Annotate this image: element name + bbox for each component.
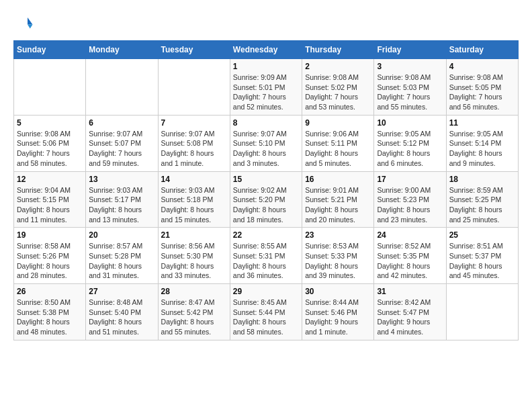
day-number: 14 xyxy=(161,175,227,184)
calendar-cell: 19Sunrise: 8:58 AMSunset: 5:26 PMDayligh… xyxy=(14,228,86,284)
day-number: 31 xyxy=(377,287,443,296)
day-detail: Sunrise: 9:09 AMSunset: 5:01 PMDaylight:… xyxy=(233,73,299,112)
day-number: 25 xyxy=(449,230,515,240)
day-detail: Sunrise: 9:03 AMSunset: 5:18 PMDaylight:… xyxy=(161,185,227,225)
calendar-cell: 23Sunrise: 8:53 AMSunset: 5:33 PMDayligh… xyxy=(302,228,374,284)
day-number: 3 xyxy=(377,62,443,71)
day-number: 23 xyxy=(305,230,371,240)
calendar-cell: 4Sunrise: 9:08 AMSunset: 5:05 PMDaylight… xyxy=(446,59,518,116)
logo-icon xyxy=(13,13,34,34)
day-number: 5 xyxy=(17,118,83,128)
calendar-cell: 30Sunrise: 8:44 AMSunset: 5:46 PMDayligh… xyxy=(302,284,374,340)
calendar-cell: 12Sunrise: 9:04 AMSunset: 5:15 PMDayligh… xyxy=(14,171,86,228)
calendar-cell: 13Sunrise: 9:03 AMSunset: 5:17 PMDayligh… xyxy=(86,171,158,228)
day-detail: Sunrise: 8:44 AMSunset: 5:46 PMDaylight:… xyxy=(305,298,371,337)
day-number: 7 xyxy=(161,118,227,128)
calendar-cell: 5Sunrise: 9:08 AMSunset: 5:06 PMDaylight… xyxy=(14,115,86,171)
day-detail: Sunrise: 8:56 AMSunset: 5:30 PMDaylight:… xyxy=(161,241,227,281)
weekday-header: Monday xyxy=(86,41,158,59)
weekday-header-row: SundayMondayTuesdayWednesdayThursdayFrid… xyxy=(14,41,519,59)
day-number: 27 xyxy=(89,287,154,296)
day-detail: Sunrise: 8:45 AMSunset: 5:44 PMDaylight:… xyxy=(233,298,299,337)
day-number: 26 xyxy=(17,287,83,296)
calendar-cell: 26Sunrise: 8:50 AMSunset: 5:38 PMDayligh… xyxy=(14,284,86,340)
calendar-cell: 15Sunrise: 9:02 AMSunset: 5:20 PMDayligh… xyxy=(230,171,302,228)
day-number: 24 xyxy=(377,230,443,240)
weekday-header: Sunday xyxy=(14,41,86,59)
calendar-cell: 6Sunrise: 9:07 AMSunset: 5:07 PMDaylight… xyxy=(86,115,158,171)
day-detail: Sunrise: 8:57 AMSunset: 5:28 PMDaylight:… xyxy=(89,241,154,281)
day-number: 9 xyxy=(305,118,371,128)
day-detail: Sunrise: 8:51 AMSunset: 5:37 PMDaylight:… xyxy=(449,241,515,281)
calendar-cell: 18Sunrise: 8:59 AMSunset: 5:25 PMDayligh… xyxy=(446,171,518,228)
day-number: 21 xyxy=(161,230,227,240)
day-detail: Sunrise: 8:58 AMSunset: 5:26 PMDaylight:… xyxy=(17,241,83,281)
calendar-cell: 10Sunrise: 9:05 AMSunset: 5:12 PMDayligh… xyxy=(374,115,446,171)
day-number: 1 xyxy=(233,62,299,71)
day-number: 28 xyxy=(161,287,227,296)
calendar-cell: 27Sunrise: 8:48 AMSunset: 5:40 PMDayligh… xyxy=(86,284,158,340)
day-detail: Sunrise: 9:03 AMSunset: 5:17 PMDaylight:… xyxy=(89,185,154,225)
day-detail: Sunrise: 9:06 AMSunset: 5:11 PMDaylight:… xyxy=(305,129,371,169)
weekday-header: Wednesday xyxy=(230,41,302,59)
calendar-week-row: 19Sunrise: 8:58 AMSunset: 5:26 PMDayligh… xyxy=(14,228,519,284)
calendar-cell: 3Sunrise: 9:08 AMSunset: 5:03 PMDaylight… xyxy=(374,59,446,116)
day-number: 17 xyxy=(377,175,443,184)
weekday-header: Saturday xyxy=(446,41,518,59)
calendar-cell: 22Sunrise: 8:55 AMSunset: 5:31 PMDayligh… xyxy=(230,228,302,284)
day-number: 22 xyxy=(233,230,299,240)
weekday-header: Friday xyxy=(374,41,446,59)
calendar-cell: 9Sunrise: 9:06 AMSunset: 5:11 PMDaylight… xyxy=(302,115,374,171)
weekday-header: Tuesday xyxy=(158,41,230,59)
calendar-cell: 28Sunrise: 8:47 AMSunset: 5:42 PMDayligh… xyxy=(158,284,230,340)
calendar-cell xyxy=(86,59,158,116)
day-detail: Sunrise: 8:55 AMSunset: 5:31 PMDaylight:… xyxy=(233,241,299,281)
day-number: 8 xyxy=(233,118,299,128)
calendar-cell: 20Sunrise: 8:57 AMSunset: 5:28 PMDayligh… xyxy=(86,228,158,284)
day-number: 16 xyxy=(305,175,371,184)
day-detail: Sunrise: 8:42 AMSunset: 5:47 PMDaylight:… xyxy=(377,298,443,337)
calendar-cell: 1Sunrise: 9:09 AMSunset: 5:01 PMDaylight… xyxy=(230,59,302,116)
day-detail: Sunrise: 9:05 AMSunset: 5:12 PMDaylight:… xyxy=(377,129,443,169)
day-number: 10 xyxy=(377,118,443,128)
calendar-cell xyxy=(446,284,518,340)
day-detail: Sunrise: 9:08 AMSunset: 5:05 PMDaylight:… xyxy=(449,73,515,112)
day-detail: Sunrise: 9:02 AMSunset: 5:20 PMDaylight:… xyxy=(233,185,299,225)
day-detail: Sunrise: 9:08 AMSunset: 5:06 PMDaylight:… xyxy=(17,129,83,169)
calendar-cell xyxy=(14,59,86,116)
day-detail: Sunrise: 8:50 AMSunset: 5:38 PMDaylight:… xyxy=(17,298,83,337)
calendar-cell: 14Sunrise: 9:03 AMSunset: 5:18 PMDayligh… xyxy=(158,171,230,228)
day-detail: Sunrise: 9:01 AMSunset: 5:21 PMDaylight:… xyxy=(305,185,371,225)
day-detail: Sunrise: 8:47 AMSunset: 5:42 PMDaylight:… xyxy=(161,298,227,337)
calendar-cell: 2Sunrise: 9:08 AMSunset: 5:02 PMDaylight… xyxy=(302,59,374,116)
day-detail: Sunrise: 9:05 AMSunset: 5:14 PMDaylight:… xyxy=(449,129,515,169)
calendar-cell: 24Sunrise: 8:52 AMSunset: 5:35 PMDayligh… xyxy=(374,228,446,284)
calendar-cell: 17Sunrise: 9:00 AMSunset: 5:23 PMDayligh… xyxy=(374,171,446,228)
day-number: 13 xyxy=(89,175,154,184)
day-detail: Sunrise: 9:00 AMSunset: 5:23 PMDaylight:… xyxy=(377,185,443,225)
day-detail: Sunrise: 9:08 AMSunset: 5:02 PMDaylight:… xyxy=(305,73,371,112)
day-number: 11 xyxy=(449,118,515,128)
day-number: 12 xyxy=(17,175,83,184)
day-detail: Sunrise: 9:07 AMSunset: 5:08 PMDaylight:… xyxy=(161,129,227,169)
calendar-cell: 8Sunrise: 9:07 AMSunset: 5:10 PMDaylight… xyxy=(230,115,302,171)
calendar-week-row: 5Sunrise: 9:08 AMSunset: 5:06 PMDaylight… xyxy=(14,115,519,171)
svg-marker-1 xyxy=(28,25,33,29)
day-number: 15 xyxy=(233,175,299,184)
weekday-header: Thursday xyxy=(302,41,374,59)
day-number: 18 xyxy=(449,175,515,184)
day-number: 4 xyxy=(449,62,515,71)
day-detail: Sunrise: 9:07 AMSunset: 5:10 PMDaylight:… xyxy=(233,129,299,169)
calendar-cell: 21Sunrise: 8:56 AMSunset: 5:30 PMDayligh… xyxy=(158,228,230,284)
day-number: 20 xyxy=(89,230,154,240)
day-detail: Sunrise: 9:08 AMSunset: 5:03 PMDaylight:… xyxy=(377,73,443,112)
day-detail: Sunrise: 8:48 AMSunset: 5:40 PMDaylight:… xyxy=(89,298,154,337)
calendar-cell xyxy=(158,59,230,116)
calendar-table: SundayMondayTuesdayWednesdayThursdayFrid… xyxy=(13,40,519,340)
calendar-cell: 11Sunrise: 9:05 AMSunset: 5:14 PMDayligh… xyxy=(446,115,518,171)
day-detail: Sunrise: 9:07 AMSunset: 5:07 PMDaylight:… xyxy=(89,129,154,169)
calendar-week-row: 12Sunrise: 9:04 AMSunset: 5:15 PMDayligh… xyxy=(14,171,519,228)
day-detail: Sunrise: 8:52 AMSunset: 5:35 PMDaylight:… xyxy=(377,241,443,281)
calendar-cell: 25Sunrise: 8:51 AMSunset: 5:37 PMDayligh… xyxy=(446,228,518,284)
calendar-week-row: 26Sunrise: 8:50 AMSunset: 5:38 PMDayligh… xyxy=(14,284,519,340)
